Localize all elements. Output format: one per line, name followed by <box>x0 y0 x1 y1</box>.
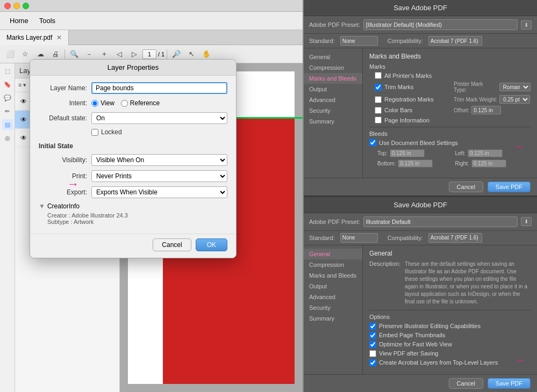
layer-name-input[interactable] <box>91 82 227 94</box>
side-icon-1[interactable]: ⬚ <box>2 66 13 76</box>
pdf-sidebar-output-bottom[interactable]: Output <box>304 281 362 292</box>
compatibility-label-top: Compatibility: <box>388 38 423 44</box>
bleed-bottom-input[interactable] <box>398 159 433 168</box>
standard-select-top[interactable]: None <box>340 36 378 46</box>
pdf-sidebar-summary-bottom[interactable]: Summary <box>304 313 362 324</box>
default-state-row: Default state: On <box>39 112 227 124</box>
preset-select-bottom[interactable]: Illustrator Default <box>363 216 518 227</box>
pdf-sidebar-marks-bleeds-top[interactable]: Marks and Bleeds <box>304 73 362 84</box>
new-btn[interactable]: ⬜ <box>3 48 17 60</box>
side-icon-2[interactable]: 🔖 <box>2 79 13 90</box>
preset-download-bottom[interactable]: ⬇ <box>521 217 532 226</box>
pdf-sidebar-general-bottom[interactable]: General <box>304 249 362 259</box>
intent-reference-radio[interactable] <box>121 100 128 107</box>
preset-select-top[interactable]: [Illustrator Default] (Modified) <box>363 19 518 30</box>
optimize-web-check[interactable] <box>369 341 376 348</box>
page-info-check[interactable] <box>375 117 382 124</box>
preset-download-top[interactable]: ⬇ <box>521 20 532 30</box>
menu-item-home[interactable]: Home <box>4 14 34 27</box>
create-layers-check[interactable] <box>369 359 376 366</box>
preserve-illustrator-label: Preserve Illustrator Editing Capabilitie… <box>379 323 481 329</box>
minimize-traffic-light[interactable] <box>13 3 20 9</box>
printer-type-select[interactable]: Roman <box>499 83 531 91</box>
intent-view-radio[interactable] <box>91 100 98 107</box>
all-printers-marks-check[interactable] <box>375 72 382 79</box>
intent-view-radio-label[interactable]: View <box>91 99 114 107</box>
pdf-sidebar-compression-bottom[interactable]: Compression <box>304 259 362 270</box>
create-layers-label: Create Acrobat Layers from Top-Level Lay… <box>379 359 498 366</box>
standard-select-bottom[interactable]: None <box>340 233 378 243</box>
standard-label-bottom: Standard: <box>309 235 335 241</box>
pdf-sidebar-summary-top[interactable]: Summary <box>304 116 362 127</box>
color-bars-check[interactable] <box>375 107 382 114</box>
side-icon-3[interactable]: 💬 <box>2 92 13 103</box>
embed-thumbnails-label: Embed Page Thumbnails <box>379 332 445 338</box>
bleed-values: Top: Left: Bottom: <box>377 149 531 168</box>
pdf-cancel-btn-top[interactable]: Cancel <box>449 182 483 192</box>
dialog-cancel-btn[interactable]: Cancel <box>153 238 191 251</box>
pdf-sidebar-compression-top[interactable]: Compression <box>304 62 362 73</box>
prev-page-btn[interactable]: ◁ <box>112 48 126 60</box>
locked-checkbox[interactable] <box>91 129 98 136</box>
zoom-out-btn[interactable]: 🔍 <box>67 48 81 60</box>
zoom-out2-btn[interactable]: − <box>82 48 96 60</box>
search-btn[interactable]: 🔎 <box>169 48 183 60</box>
pdf-cancel-btn-bottom[interactable]: Cancel <box>449 378 483 389</box>
tab-close-icon[interactable]: ✕ <box>56 34 62 41</box>
view-after-saving-check[interactable] <box>369 350 376 357</box>
bleed-top-input[interactable] <box>390 149 425 157</box>
preserve-illustrator-check[interactable] <box>369 323 376 330</box>
reg-marks-check[interactable] <box>375 96 382 103</box>
bleed-left-row: Left: <box>455 149 531 157</box>
trim-marks-check[interactable] <box>375 84 382 91</box>
tab-bar: Marks Layer.pdf ✕ <box>0 30 303 45</box>
layers-side-icon[interactable]: ▤ <box>2 119 13 130</box>
compatibility-select-top[interactable]: Acrobat 7 (PDF 1.6) <box>428 36 482 46</box>
trim-weight-select[interactable]: 0.25 pt <box>499 95 530 104</box>
print-select[interactable]: Never Prints <box>91 170 227 182</box>
creator-info-toggle[interactable]: ▼ CreatorInfo <box>39 202 227 210</box>
pdf-sidebar-output-top[interactable]: Output <box>304 84 362 95</box>
marks-title: Marks <box>369 63 531 70</box>
embed-thumbnails-check[interactable] <box>369 332 376 339</box>
pdf-sidebar-general-top[interactable]: General <box>304 52 362 62</box>
trim-weight-row: Trim Mark Weight: 0.25 pt <box>454 95 531 104</box>
zoom-in-btn[interactable]: + <box>97 48 111 60</box>
pdf-sidebar-advanced-top[interactable]: Advanced <box>304 95 362 105</box>
pdf-save-btn-bottom[interactable]: Save PDF <box>488 378 531 389</box>
pdf-sidebar-security-bottom[interactable]: Security <box>304 302 362 313</box>
export-row: Export: Exports When Visible <box>39 186 227 198</box>
export-select[interactable]: Exports When Visible <box>91 186 227 198</box>
marks-bleeds-section-title: Marks and Bleeds <box>369 53 531 60</box>
pdf-content-bottom: General Description: These are the defau… <box>363 245 537 375</box>
side-icon-4[interactable]: ✏ <box>2 106 13 117</box>
compatibility-select-bottom[interactable]: Acrobat 7 (PDF 1.6) <box>428 233 482 243</box>
intent-reference-radio-label[interactable]: Reference <box>121 99 160 107</box>
tab-marks-layer[interactable]: Marks Layer.pdf ✕ <box>0 30 69 45</box>
layer-name-label: Layer Name: <box>39 84 87 92</box>
visibility-select[interactable]: Visible When On <box>91 154 227 166</box>
default-state-select[interactable]: On <box>91 112 227 124</box>
bleed-right-input[interactable] <box>471 159 506 168</box>
offset-input[interactable] <box>471 106 501 114</box>
dialog-ok-btn[interactable]: OK <box>196 238 227 251</box>
menu-item-tools[interactable]: Tools <box>34 14 61 27</box>
hand-btn[interactable]: ✋ <box>199 48 213 60</box>
next-page-btn[interactable]: ▷ <box>127 48 141 60</box>
pdf-sidebar-advanced-bottom[interactable]: Advanced <box>304 292 362 302</box>
bookmark-btn[interactable]: ☆ <box>18 48 32 60</box>
pdf-sidebar-marks-bottom[interactable]: Marks and Bleeds <box>304 270 362 281</box>
maximize-traffic-light[interactable] <box>23 3 29 9</box>
print-btn[interactable]: 🖨 <box>48 48 62 60</box>
use-doc-bleed-check[interactable] <box>369 139 376 146</box>
close-traffic-light[interactable] <box>4 3 11 9</box>
pdf-save-btn-top[interactable]: Save PDF <box>488 182 531 192</box>
bleed-left-input[interactable] <box>468 149 503 157</box>
cursor-btn[interactable]: ↖ <box>184 48 198 60</box>
pdf-sidebar-security-top[interactable]: Security <box>304 105 362 116</box>
layers-menu-icon[interactable]: ≡ ▾ <box>18 82 26 89</box>
page-input[interactable] <box>142 49 156 59</box>
cloud-btn[interactable]: ☁ <box>33 48 47 60</box>
side-icon-6[interactable]: ◎ <box>2 133 13 143</box>
embed-thumbnails-row: Embed Page Thumbnails <box>369 332 531 339</box>
